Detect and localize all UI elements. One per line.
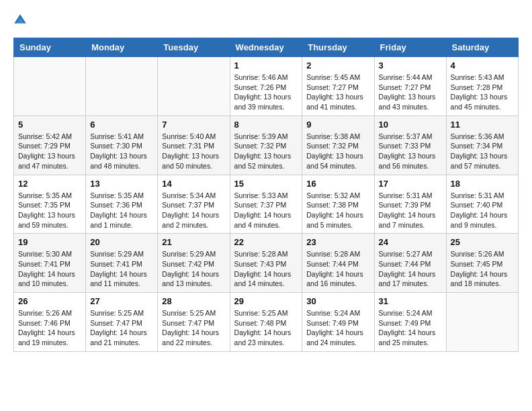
- day-info: Sunrise: 5:26 AMSunset: 7:46 PMDaylight:…: [18, 308, 81, 348]
- calendar-cell: 5Sunrise: 5:42 AMSunset: 7:29 PMDaylight…: [14, 116, 86, 175]
- logo-icon: [13, 13, 27, 27]
- calendar-cell: 13Sunrise: 5:35 AMSunset: 7:36 PMDayligh…: [86, 175, 158, 234]
- calendar-week-row: 26Sunrise: 5:26 AMSunset: 7:46 PMDayligh…: [14, 293, 519, 352]
- day-number: 20: [90, 237, 153, 247]
- day-number: 8: [234, 120, 298, 130]
- calendar-cell: 23Sunrise: 5:28 AMSunset: 7:44 PMDayligh…: [302, 234, 374, 293]
- day-number: 2: [306, 60, 369, 71]
- day-info: Sunrise: 5:38 AMSunset: 7:32 PMDaylight:…: [306, 132, 369, 171]
- calendar-cell: 12Sunrise: 5:35 AMSunset: 7:35 PMDayligh…: [14, 175, 86, 234]
- day-info: Sunrise: 5:24 AMSunset: 7:49 PMDaylight:…: [306, 308, 369, 348]
- day-number: 22: [234, 237, 298, 247]
- day-info: Sunrise: 5:35 AMSunset: 7:35 PMDaylight:…: [18, 191, 81, 230]
- weekday-header: Saturday: [446, 38, 518, 57]
- day-number: 5: [18, 120, 81, 130]
- day-info: Sunrise: 5:37 AMSunset: 7:33 PMDaylight:…: [379, 132, 442, 171]
- calendar-cell: [446, 293, 518, 352]
- day-number: 28: [162, 296, 225, 306]
- calendar-week-row: 12Sunrise: 5:35 AMSunset: 7:35 PMDayligh…: [14, 175, 519, 234]
- day-info: Sunrise: 5:43 AMSunset: 7:28 PMDaylight:…: [451, 73, 514, 112]
- day-number: 13: [90, 179, 153, 189]
- day-number: 12: [18, 179, 81, 189]
- calendar-cell: 20Sunrise: 5:29 AMSunset: 7:41 PMDayligh…: [86, 234, 158, 293]
- calendar-header-row: SundayMondayTuesdayWednesdayThursdayFrid…: [14, 38, 519, 57]
- day-number: 1: [234, 60, 298, 71]
- day-number: 19: [18, 237, 81, 247]
- day-number: 17: [379, 179, 442, 189]
- day-info: Sunrise: 5:26 AMSunset: 7:45 PMDaylight:…: [451, 249, 514, 289]
- day-number: 26: [18, 296, 81, 306]
- page-header: [13, 13, 519, 27]
- weekday-header: Thursday: [302, 38, 374, 57]
- calendar-cell: 15Sunrise: 5:33 AMSunset: 7:37 PMDayligh…: [230, 175, 302, 234]
- day-info: Sunrise: 5:29 AMSunset: 7:42 PMDaylight:…: [162, 249, 225, 289]
- calendar-cell: [158, 57, 230, 116]
- calendar-cell: 10Sunrise: 5:37 AMSunset: 7:33 PMDayligh…: [374, 116, 446, 175]
- calendar-cell: 3Sunrise: 5:44 AMSunset: 7:27 PMDaylight…: [374, 57, 446, 116]
- calendar-cell: 27Sunrise: 5:25 AMSunset: 7:47 PMDayligh…: [86, 293, 158, 352]
- day-info: Sunrise: 5:39 AMSunset: 7:32 PMDaylight:…: [234, 132, 298, 171]
- calendar-cell: 11Sunrise: 5:36 AMSunset: 7:34 PMDayligh…: [446, 116, 518, 175]
- day-info: Sunrise: 5:40 AMSunset: 7:31 PMDaylight:…: [162, 132, 225, 171]
- day-number: 3: [379, 60, 442, 71]
- calendar-cell: 14Sunrise: 5:34 AMSunset: 7:37 PMDayligh…: [158, 175, 230, 234]
- day-number: 21: [162, 237, 225, 247]
- day-info: Sunrise: 5:32 AMSunset: 7:38 PMDaylight:…: [306, 191, 369, 230]
- calendar-cell: 22Sunrise: 5:28 AMSunset: 7:43 PMDayligh…: [230, 234, 302, 293]
- day-number: 16: [306, 179, 369, 189]
- day-number: 6: [90, 120, 153, 130]
- calendar-cell: 19Sunrise: 5:30 AMSunset: 7:41 PMDayligh…: [14, 234, 86, 293]
- day-info: Sunrise: 5:25 AMSunset: 7:47 PMDaylight:…: [162, 308, 225, 348]
- calendar-cell: 25Sunrise: 5:26 AMSunset: 7:45 PMDayligh…: [446, 234, 518, 293]
- calendar-cell: 28Sunrise: 5:25 AMSunset: 7:47 PMDayligh…: [158, 293, 230, 352]
- day-info: Sunrise: 5:30 AMSunset: 7:41 PMDaylight:…: [18, 249, 81, 289]
- calendar-cell: [14, 57, 86, 116]
- calendar-table: SundayMondayTuesdayWednesdayThursdayFrid…: [13, 38, 519, 352]
- day-number: 7: [162, 120, 225, 130]
- calendar-week-row: 19Sunrise: 5:30 AMSunset: 7:41 PMDayligh…: [14, 234, 519, 293]
- day-info: Sunrise: 5:46 AMSunset: 7:26 PMDaylight:…: [234, 73, 298, 112]
- calendar-week-row: 5Sunrise: 5:42 AMSunset: 7:29 PMDaylight…: [14, 116, 519, 175]
- day-info: Sunrise: 5:29 AMSunset: 7:41 PMDaylight:…: [90, 249, 153, 289]
- weekday-header: Wednesday: [230, 38, 302, 57]
- day-info: Sunrise: 5:36 AMSunset: 7:34 PMDaylight:…: [451, 132, 514, 171]
- calendar-cell: [86, 57, 158, 116]
- day-number: 31: [379, 296, 442, 306]
- calendar-cell: 30Sunrise: 5:24 AMSunset: 7:49 PMDayligh…: [302, 293, 374, 352]
- day-number: 27: [90, 296, 153, 306]
- calendar-cell: 26Sunrise: 5:26 AMSunset: 7:46 PMDayligh…: [14, 293, 86, 352]
- day-info: Sunrise: 5:35 AMSunset: 7:36 PMDaylight:…: [90, 191, 153, 230]
- day-info: Sunrise: 5:25 AMSunset: 7:47 PMDaylight:…: [90, 308, 153, 348]
- day-info: Sunrise: 5:44 AMSunset: 7:27 PMDaylight:…: [379, 73, 442, 112]
- day-info: Sunrise: 5:24 AMSunset: 7:49 PMDaylight:…: [379, 308, 442, 348]
- day-info: Sunrise: 5:42 AMSunset: 7:29 PMDaylight:…: [18, 132, 81, 171]
- calendar-cell: 9Sunrise: 5:38 AMSunset: 7:32 PMDaylight…: [302, 116, 374, 175]
- calendar-cell: 6Sunrise: 5:41 AMSunset: 7:30 PMDaylight…: [86, 116, 158, 175]
- day-number: 9: [306, 120, 369, 130]
- day-info: Sunrise: 5:31 AMSunset: 7:39 PMDaylight:…: [379, 191, 442, 230]
- day-info: Sunrise: 5:28 AMSunset: 7:43 PMDaylight:…: [234, 249, 298, 289]
- calendar-cell: 2Sunrise: 5:45 AMSunset: 7:27 PMDaylight…: [302, 57, 374, 116]
- day-number: 10: [379, 120, 442, 130]
- day-number: 15: [234, 179, 298, 189]
- calendar-cell: 21Sunrise: 5:29 AMSunset: 7:42 PMDayligh…: [158, 234, 230, 293]
- calendar-cell: 1Sunrise: 5:46 AMSunset: 7:26 PMDaylight…: [230, 57, 302, 116]
- calendar-week-row: 1Sunrise: 5:46 AMSunset: 7:26 PMDaylight…: [14, 57, 519, 116]
- calendar-cell: 8Sunrise: 5:39 AMSunset: 7:32 PMDaylight…: [230, 116, 302, 175]
- day-info: Sunrise: 5:28 AMSunset: 7:44 PMDaylight:…: [306, 249, 369, 289]
- day-info: Sunrise: 5:34 AMSunset: 7:37 PMDaylight:…: [162, 191, 225, 230]
- day-number: 30: [306, 296, 369, 306]
- calendar-cell: 17Sunrise: 5:31 AMSunset: 7:39 PMDayligh…: [374, 175, 446, 234]
- day-number: 24: [379, 237, 442, 247]
- weekday-header: Tuesday: [158, 38, 230, 57]
- calendar-cell: 18Sunrise: 5:31 AMSunset: 7:40 PMDayligh…: [446, 175, 518, 234]
- weekday-header: Sunday: [14, 38, 86, 57]
- day-number: 14: [162, 179, 225, 189]
- day-number: 11: [451, 120, 514, 130]
- day-info: Sunrise: 5:27 AMSunset: 7:44 PMDaylight:…: [379, 249, 442, 289]
- calendar-cell: 24Sunrise: 5:27 AMSunset: 7:44 PMDayligh…: [374, 234, 446, 293]
- day-number: 4: [451, 60, 514, 71]
- logo: [13, 13, 30, 27]
- calendar-cell: 4Sunrise: 5:43 AMSunset: 7:28 PMDaylight…: [446, 57, 518, 116]
- calendar-cell: 29Sunrise: 5:25 AMSunset: 7:48 PMDayligh…: [230, 293, 302, 352]
